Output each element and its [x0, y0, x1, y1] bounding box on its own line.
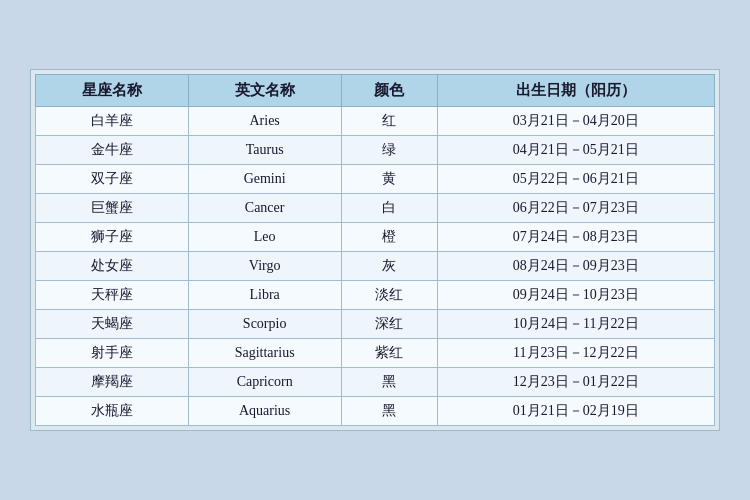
- table-row: 射手座Sagittarius紫红11月23日－12月22日: [36, 339, 715, 368]
- cell-color: 深红: [341, 310, 437, 339]
- table-body: 白羊座Aries红03月21日－04月20日金牛座Taurus绿04月21日－0…: [36, 107, 715, 426]
- cell-dates: 06月22日－07月23日: [437, 194, 714, 223]
- cell-english-name: Virgo: [188, 252, 341, 281]
- cell-color: 黄: [341, 165, 437, 194]
- cell-color: 灰: [341, 252, 437, 281]
- table-row: 天秤座Libra淡红09月24日－10月23日: [36, 281, 715, 310]
- cell-english-name: Aquarius: [188, 397, 341, 426]
- header-chinese-name: 星座名称: [36, 75, 189, 107]
- cell-color: 红: [341, 107, 437, 136]
- cell-chinese-name: 射手座: [36, 339, 189, 368]
- cell-color: 橙: [341, 223, 437, 252]
- cell-dates: 08月24日－09月23日: [437, 252, 714, 281]
- cell-chinese-name: 巨蟹座: [36, 194, 189, 223]
- header-dates: 出生日期（阳历）: [437, 75, 714, 107]
- cell-chinese-name: 摩羯座: [36, 368, 189, 397]
- cell-color: 黑: [341, 397, 437, 426]
- cell-english-name: Leo: [188, 223, 341, 252]
- cell-chinese-name: 天秤座: [36, 281, 189, 310]
- table-row: 双子座Gemini黄05月22日－06月21日: [36, 165, 715, 194]
- table-row: 摩羯座Capricorn黑12月23日－01月22日: [36, 368, 715, 397]
- header-english-name: 英文名称: [188, 75, 341, 107]
- header-color: 颜色: [341, 75, 437, 107]
- cell-english-name: Cancer: [188, 194, 341, 223]
- table-row: 处女座Virgo灰08月24日－09月23日: [36, 252, 715, 281]
- cell-color: 黑: [341, 368, 437, 397]
- cell-english-name: Sagittarius: [188, 339, 341, 368]
- table-row: 巨蟹座Cancer白06月22日－07月23日: [36, 194, 715, 223]
- table-row: 狮子座Leo橙07月24日－08月23日: [36, 223, 715, 252]
- cell-color: 白: [341, 194, 437, 223]
- cell-dates: 04月21日－05月21日: [437, 136, 714, 165]
- cell-english-name: Capricorn: [188, 368, 341, 397]
- zodiac-table: 星座名称 英文名称 颜色 出生日期（阳历） 白羊座Aries红03月21日－04…: [35, 74, 715, 426]
- cell-english-name: Scorpio: [188, 310, 341, 339]
- cell-chinese-name: 天蝎座: [36, 310, 189, 339]
- table-row: 水瓶座Aquarius黑01月21日－02月19日: [36, 397, 715, 426]
- cell-chinese-name: 处女座: [36, 252, 189, 281]
- cell-english-name: Libra: [188, 281, 341, 310]
- cell-dates: 10月24日－11月22日: [437, 310, 714, 339]
- cell-dates: 01月21日－02月19日: [437, 397, 714, 426]
- table-header-row: 星座名称 英文名称 颜色 出生日期（阳历）: [36, 75, 715, 107]
- zodiac-table-container: 星座名称 英文名称 颜色 出生日期（阳历） 白羊座Aries红03月21日－04…: [30, 69, 720, 431]
- cell-english-name: Aries: [188, 107, 341, 136]
- cell-dates: 05月22日－06月21日: [437, 165, 714, 194]
- cell-dates: 09月24日－10月23日: [437, 281, 714, 310]
- cell-chinese-name: 狮子座: [36, 223, 189, 252]
- cell-dates: 07月24日－08月23日: [437, 223, 714, 252]
- cell-dates: 03月21日－04月20日: [437, 107, 714, 136]
- cell-dates: 12月23日－01月22日: [437, 368, 714, 397]
- cell-chinese-name: 双子座: [36, 165, 189, 194]
- cell-color: 淡红: [341, 281, 437, 310]
- cell-dates: 11月23日－12月22日: [437, 339, 714, 368]
- table-row: 白羊座Aries红03月21日－04月20日: [36, 107, 715, 136]
- cell-chinese-name: 水瓶座: [36, 397, 189, 426]
- cell-chinese-name: 白羊座: [36, 107, 189, 136]
- cell-english-name: Taurus: [188, 136, 341, 165]
- table-row: 天蝎座Scorpio深红10月24日－11月22日: [36, 310, 715, 339]
- table-row: 金牛座Taurus绿04月21日－05月21日: [36, 136, 715, 165]
- cell-color: 紫红: [341, 339, 437, 368]
- cell-chinese-name: 金牛座: [36, 136, 189, 165]
- cell-english-name: Gemini: [188, 165, 341, 194]
- cell-color: 绿: [341, 136, 437, 165]
